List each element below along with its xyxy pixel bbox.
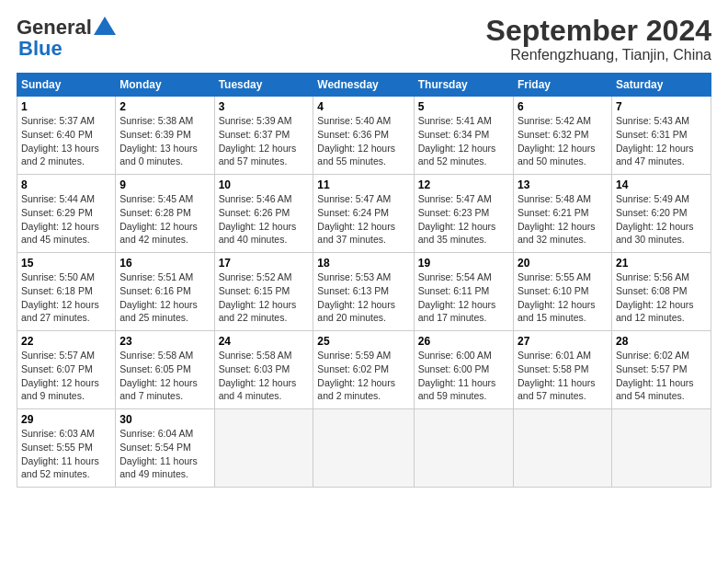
day-number: 8 [21, 178, 111, 191]
table-row: 10 Sunrise: 5:46 AMSunset: 6:26 PMDaylig… [214, 175, 313, 253]
day-info: Sunrise: 6:02 AMSunset: 5:57 PMDaylight:… [616, 350, 694, 401]
table-row: 9 Sunrise: 5:45 AMSunset: 6:28 PMDayligh… [116, 175, 214, 253]
table-row: 25 Sunrise: 5:59 AMSunset: 6:02 PMDaylig… [313, 331, 414, 409]
day-number: 27 [518, 335, 608, 348]
day-info: Sunrise: 5:49 AMSunset: 6:20 PMDaylight:… [616, 193, 694, 245]
calendar-week-row: 22 Sunrise: 5:57 AMSunset: 6:07 PMDaylig… [17, 331, 711, 409]
calendar-week-row: 8 Sunrise: 5:44 AMSunset: 6:29 PMDayligh… [17, 175, 711, 253]
table-row: 5 Sunrise: 5:41 AMSunset: 6:34 PMDayligh… [414, 97, 513, 175]
table-row: 7 Sunrise: 5:43 AMSunset: 6:31 PMDayligh… [611, 97, 711, 175]
table-row: 15 Sunrise: 5:50 AMSunset: 6:18 PMDaylig… [17, 253, 116, 331]
table-row [414, 409, 513, 488]
day-info: Sunrise: 5:53 AMSunset: 6:13 PMDaylight:… [317, 271, 395, 323]
day-info: Sunrise: 5:56 AMSunset: 6:08 PMDaylight:… [616, 271, 694, 323]
logo-icon [92, 15, 118, 40]
day-number: 6 [518, 100, 608, 113]
day-number: 26 [418, 335, 509, 348]
day-number: 16 [119, 257, 210, 270]
table-row: 24 Sunrise: 5:58 AMSunset: 6:03 PMDaylig… [214, 331, 313, 409]
day-info: Sunrise: 5:46 AMSunset: 6:26 PMDaylight:… [219, 193, 297, 245]
day-number: 17 [219, 257, 310, 270]
day-info: Sunrise: 5:39 AMSunset: 6:37 PMDaylight:… [219, 115, 297, 167]
day-info: Sunrise: 6:00 AMSunset: 6:00 PMDaylight:… [418, 350, 496, 401]
table-row: 16 Sunrise: 5:51 AMSunset: 6:16 PMDaylig… [116, 253, 214, 331]
logo: General Blue [17, 15, 118, 61]
table-row: 8 Sunrise: 5:44 AMSunset: 6:29 PMDayligh… [17, 175, 116, 253]
logo-blue: Blue [18, 37, 63, 61]
day-number: 5 [418, 100, 509, 113]
day-number: 7 [616, 100, 707, 113]
table-row: 4 Sunrise: 5:40 AMSunset: 6:36 PMDayligh… [313, 97, 414, 175]
table-row: 23 Sunrise: 5:58 AMSunset: 6:05 PMDaylig… [116, 331, 214, 409]
day-info: Sunrise: 6:03 AMSunset: 5:55 PMDaylight:… [21, 428, 99, 479]
table-row: 6 Sunrise: 5:42 AMSunset: 6:32 PMDayligh… [513, 97, 611, 175]
day-number: 22 [21, 335, 111, 348]
day-info: Sunrise: 5:42 AMSunset: 6:32 PMDaylight:… [518, 115, 596, 167]
day-number: 3 [219, 100, 310, 113]
day-info: Sunrise: 6:01 AMSunset: 5:58 PMDaylight:… [518, 350, 596, 401]
table-row: 13 Sunrise: 5:48 AMSunset: 6:21 PMDaylig… [513, 175, 611, 253]
table-row: 20 Sunrise: 5:55 AMSunset: 6:10 PMDaylig… [513, 253, 611, 331]
day-info: Sunrise: 5:45 AMSunset: 6:28 PMDaylight:… [119, 193, 198, 245]
day-info: Sunrise: 5:58 AMSunset: 6:03 PMDaylight:… [219, 350, 297, 401]
table-row: 27 Sunrise: 6:01 AMSunset: 5:58 PMDaylig… [513, 331, 611, 409]
svg-marker-0 [94, 17, 116, 35]
day-info: Sunrise: 5:44 AMSunset: 6:29 PMDaylight:… [21, 193, 99, 245]
day-info: Sunrise: 5:37 AMSunset: 6:40 PMDaylight:… [21, 115, 99, 167]
day-number: 18 [317, 257, 409, 270]
table-row: 29 Sunrise: 6:03 AMSunset: 5:55 PMDaylig… [17, 409, 116, 488]
table-row: 19 Sunrise: 5:54 AMSunset: 6:11 PMDaylig… [414, 253, 513, 331]
calendar-page: General Blue September 2024 Renfengzhuan… [0, 0, 728, 563]
table-row: 14 Sunrise: 5:49 AMSunset: 6:20 PMDaylig… [611, 175, 711, 253]
table-row [611, 409, 711, 488]
day-number: 2 [119, 100, 210, 113]
table-row: 30 Sunrise: 6:04 AMSunset: 5:54 PMDaylig… [116, 409, 214, 488]
table-row: 12 Sunrise: 5:47 AMSunset: 6:23 PMDaylig… [414, 175, 513, 253]
day-number: 11 [317, 178, 409, 191]
col-saturday: Saturday [611, 74, 711, 97]
day-info: Sunrise: 5:55 AMSunset: 6:10 PMDaylight:… [518, 271, 596, 323]
table-row: 28 Sunrise: 6:02 AMSunset: 5:57 PMDaylig… [611, 331, 711, 409]
day-number: 21 [616, 257, 707, 270]
calendar-week-row: 1 Sunrise: 5:37 AMSunset: 6:40 PMDayligh… [17, 97, 711, 175]
calendar-week-row: 29 Sunrise: 6:03 AMSunset: 5:55 PMDaylig… [17, 409, 711, 488]
table-row: 21 Sunrise: 5:56 AMSunset: 6:08 PMDaylig… [611, 253, 711, 331]
day-info: Sunrise: 5:58 AMSunset: 6:05 PMDaylight:… [119, 350, 198, 401]
calendar-table: Sunday Monday Tuesday Wednesday Thursday… [17, 73, 711, 488]
day-number: 25 [317, 335, 409, 348]
title-section: September 2024 Renfengzhuang, Tianjin, C… [486, 15, 711, 63]
day-info: Sunrise: 6:04 AMSunset: 5:54 PMDaylight:… [119, 428, 198, 479]
table-row: 11 Sunrise: 5:47 AMSunset: 6:24 PMDaylig… [313, 175, 414, 253]
day-number: 10 [219, 178, 310, 191]
day-number: 20 [518, 257, 608, 270]
day-number: 9 [119, 178, 210, 191]
table-row [313, 409, 414, 488]
table-row [513, 409, 611, 488]
day-number: 29 [21, 413, 111, 426]
day-info: Sunrise: 5:51 AMSunset: 6:16 PMDaylight:… [119, 271, 198, 323]
day-info: Sunrise: 5:50 AMSunset: 6:18 PMDaylight:… [21, 271, 99, 323]
day-info: Sunrise: 5:52 AMSunset: 6:15 PMDaylight:… [219, 271, 297, 323]
day-info: Sunrise: 5:40 AMSunset: 6:36 PMDaylight:… [317, 115, 395, 167]
table-row: 18 Sunrise: 5:53 AMSunset: 6:13 PMDaylig… [313, 253, 414, 331]
table-row: 2 Sunrise: 5:38 AMSunset: 6:39 PMDayligh… [116, 97, 214, 175]
day-info: Sunrise: 5:47 AMSunset: 6:23 PMDaylight:… [418, 193, 496, 245]
day-number: 1 [21, 100, 111, 113]
day-number: 19 [418, 257, 509, 270]
day-info: Sunrise: 5:38 AMSunset: 6:39 PMDaylight:… [119, 115, 198, 167]
day-info: Sunrise: 5:57 AMSunset: 6:07 PMDaylight:… [21, 350, 99, 401]
table-row: 3 Sunrise: 5:39 AMSunset: 6:37 PMDayligh… [214, 97, 313, 175]
day-info: Sunrise: 5:54 AMSunset: 6:11 PMDaylight:… [418, 271, 496, 323]
location-subtitle: Renfengzhuang, Tianjin, China [486, 47, 711, 63]
day-number: 30 [119, 413, 210, 426]
table-row: 17 Sunrise: 5:52 AMSunset: 6:15 PMDaylig… [214, 253, 313, 331]
col-thursday: Thursday [414, 74, 513, 97]
col-monday: Monday [116, 74, 214, 97]
col-wednesday: Wednesday [313, 74, 414, 97]
col-sunday: Sunday [17, 74, 116, 97]
table-row: 1 Sunrise: 5:37 AMSunset: 6:40 PMDayligh… [17, 97, 116, 175]
day-number: 24 [219, 335, 310, 348]
day-number: 4 [317, 100, 409, 113]
calendar-header-row: Sunday Monday Tuesday Wednesday Thursday… [17, 74, 711, 97]
table-row [214, 409, 313, 488]
